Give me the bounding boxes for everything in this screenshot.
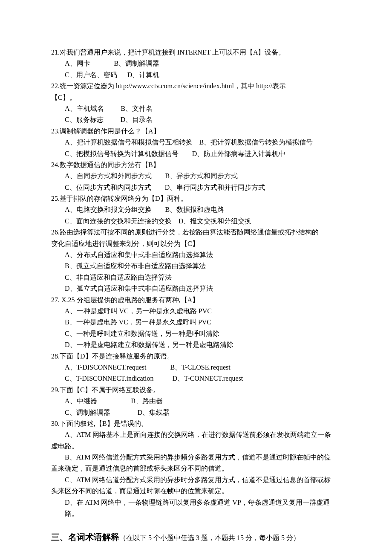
- q27-stem: 27. X.25 分组层提供的虚电路的服务有两种,【A】: [51, 295, 341, 306]
- q29-optB: B、路由器: [131, 397, 163, 405]
- q28-optC: C、T-DISCONNECT.indication: [65, 375, 153, 382]
- q30-optA: A、ATM 网络基本上是面向连接的交换网络，在进行数据传送前必须在发收两端建立一…: [51, 429, 341, 440]
- q29-row1: A、中继器 B、路由器: [51, 396, 341, 407]
- q21-optB: B、调制解调器: [114, 60, 160, 67]
- q21-optA: A、网卡: [65, 60, 90, 67]
- q23-optD: D、防止外部病毒进入计算机中: [192, 150, 286, 157]
- q30-optC: C、ATM 网络信道分配方式采用的异步时分多路复用方式，信道不是通过信息的首部或…: [51, 474, 341, 486]
- q21-stem: 21.对我们普通用户来说，把计算机连接到 INTERNET 上可以不用【A】设备…: [51, 47, 341, 58]
- q21-optC: C、用户名、密码: [65, 71, 117, 78]
- q29-optA: A、中继器: [65, 397, 97, 405]
- q21-optD: D、计算机: [127, 71, 160, 78]
- section-3-title: 三、名词术语解释: [51, 532, 119, 542]
- q22-row2: C、服务标志 D、目录名: [51, 114, 341, 125]
- q26-optC: C、非自适应和自适应路由选择算法: [51, 272, 341, 283]
- q29-optC: C、调制解调器: [65, 409, 110, 416]
- q22-optD: D、目录名: [121, 116, 153, 123]
- q23-optA: A、把计算机数据信号和模拟信号互相转换: [65, 139, 193, 146]
- q22-optC: C、服务标志: [65, 116, 104, 123]
- q24-stem: 24.数字数据通信的同步方法有【B】: [51, 159, 341, 171]
- q30-optB: B、ATM 网络信道分配方式采用的异步频分多路复用方式，信道不是通过时隙在帧中的…: [51, 452, 341, 463]
- q30-optC2: 头来区分不同的信道，而是通过时隙在帧中的位置来确定。: [51, 486, 341, 497]
- q21-row2: C、用户名、密码 D、计算机: [51, 69, 341, 81]
- q30-optA2: 虚电路。: [51, 441, 341, 452]
- q24-row2: C、位同步方式和内同步方式 D、串行同步方式和并行同步方式: [51, 182, 341, 193]
- q22-optB: B、文件名: [121, 105, 153, 112]
- q24-optA: A、自同步方式和外同步方式: [65, 172, 152, 179]
- q25-stem: 25.基于排队的存储转发网络分为【D】两种。: [51, 193, 341, 204]
- q28-optB: B、T-CLOSE.request: [170, 364, 231, 371]
- q30-optB2: 置来确定，而是通过信息的首部或标头来区分不同的信道。: [51, 463, 341, 474]
- q27-optC: C、一种是呼叫建立和数据传送，另一种是呼叫清除: [51, 328, 341, 339]
- q24-row1: A、自同步方式和外同步方式 B、异步方式和同步方式: [51, 171, 341, 182]
- q25-row1: A、电路交换和报文分组交换 B、数据报和虚电路: [51, 204, 341, 215]
- q25-optA: A、电路交换和报文分组交换: [65, 206, 152, 213]
- q27-optD: D、一种是虚电路建立和数据传送，另一种是虚电路清除: [51, 339, 341, 350]
- q23-optC: C、把模拟信号转换为计算机数据信号: [65, 150, 179, 157]
- q29-stem: 29.下面【C】不属于网络互联设备。: [51, 384, 341, 396]
- q25-row2: C、面向连接的交换和无连接的交换 D、报文交换和分组交换: [51, 216, 341, 227]
- q25-optD: D、报文交换和分组交换: [179, 217, 252, 225]
- q23-optB: B、把计算机数据信号转换为模拟信号: [199, 139, 313, 146]
- q29-row2: C、调制解调器 D、集线器: [51, 407, 341, 418]
- q22-optA: A、主机域名: [65, 105, 104, 112]
- q22-stem2: 【C】。: [51, 92, 341, 103]
- q29-optD: D、集线器: [138, 409, 170, 416]
- q26-optD: D、孤立式自适应和集中式非自适应路由选择算法: [51, 283, 341, 294]
- q30-optD: D、在 ATM 网络中，一条物理链路可以复用多条虚通道 VP，每条虚通道又复用一…: [51, 497, 341, 520]
- q28-stem: 28.下面【D】不是连接释放服务的原语。: [51, 351, 341, 362]
- q24-optB: B、异步方式和同步方式: [165, 172, 238, 179]
- q24-optC: C、位同步方式和内同步方式: [65, 184, 151, 191]
- q26-stem: 26.路由选择算法可按不同的原则进行分类，若按路由算法能否随网络通信量或拓扑结构…: [51, 227, 341, 238]
- q25-optB: B、数据报和虚电路: [165, 206, 225, 213]
- document-page: 21.对我们普通用户来说，把计算机连接到 INTERNET 上可以不用【A】设备…: [0, 0, 392, 555]
- q23-row1: A、把计算机数据信号和模拟信号互相转换 B、把计算机数据信号转换为模拟信号: [51, 137, 341, 148]
- q28-row1: A、T-DISCONNECT.request B、T-CLOSE.request: [51, 362, 341, 373]
- q28-optD: D、T-CONNECT.request: [172, 375, 243, 382]
- q30-stem: 30.下面的叙述,【B】是错误的。: [51, 418, 341, 429]
- q22-row1: A、主机域名 B、文件名: [51, 103, 341, 114]
- q26-stem2: 变化自适应地进行调整来划分，则可以分为【C】: [51, 238, 341, 249]
- section-3-heading: 三、名词术语解释（在以下 5 个小题中任选 3 题，本题共 15 分，每小题 5…: [51, 530, 341, 544]
- q28-optA: A、T-DISCONNECT.request: [65, 364, 147, 371]
- q26-optA: A、分布式自适应和集中式非自适应路由选择算法: [51, 249, 341, 260]
- q23-stem: 23.调制解调器的作用是什么？【A】: [51, 126, 341, 137]
- q26-optB: B、孤立式自适应和分布非自适应路由选择算法: [51, 260, 341, 272]
- q22-stem: 22.统一资源定位器为 http://www.cctv.com.cn/scien…: [51, 81, 341, 92]
- q24-optD: D、串行同步方式和并行同步方式: [165, 184, 265, 191]
- q23-row2: C、把模拟信号转换为计算机数据信号 D、防止外部病毒进入计算机中: [51, 148, 341, 159]
- section-3-note: （在以下 5 个小题中任选 3 题，本题共 15 分，每小题 5 分）: [119, 534, 300, 541]
- q27-optB: B、一种是虚电路 VC，另一种是永久虚呼叫 PVC: [51, 317, 341, 328]
- q25-optC: C、面向连接的交换和无连接的交换: [65, 217, 172, 225]
- q27-optA: A、一种是虚呼叫 VC，另一种是永久虚电路 PVC: [51, 306, 341, 317]
- q28-row2: C、T-DISCONNECT.indication D、T-CONNECT.re…: [51, 373, 341, 384]
- q21-row1: A、网卡 B、调制解调器: [51, 58, 341, 69]
